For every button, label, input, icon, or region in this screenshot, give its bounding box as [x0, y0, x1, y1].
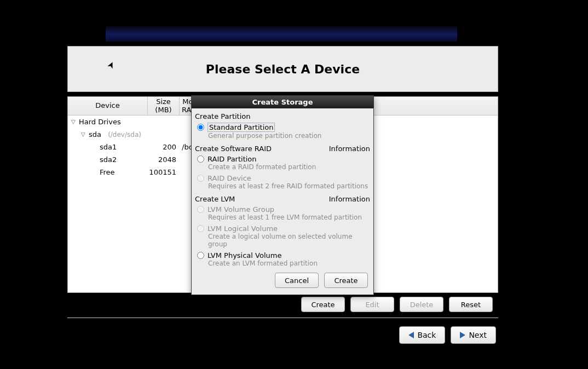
- create-storage-dialog: Create Storage Create Partition Standard…: [191, 95, 374, 295]
- option-raid-device: RAID Device: [195, 173, 370, 182]
- tree-root-label: Hard Drives: [79, 118, 121, 126]
- arrow-left-icon: [408, 332, 414, 338]
- chevron-down-icon[interactable]: ▽: [81, 131, 87, 137]
- disk-name: sda: [89, 130, 101, 139]
- back-label: Back: [417, 331, 436, 339]
- option-label: LVM Logical Volume: [207, 224, 278, 233]
- radio-raid-partition[interactable]: [197, 155, 204, 163]
- option-lvm-vg: LVM Volume Group: [195, 204, 370, 214]
- separator: [67, 318, 498, 318]
- header-panel: Please Select A Device: [67, 46, 498, 92]
- option-desc: Requires at least 2 free RAID formated p…: [195, 182, 370, 192]
- nav-row: Back Next: [67, 326, 498, 344]
- section-partition: Create Partition: [195, 112, 251, 120]
- option-lvm-lv: LVM Logical Volume: [195, 223, 370, 233]
- radio-lvm-lv: [197, 225, 204, 232]
- option-desc: General purpose partition creation: [195, 132, 370, 142]
- part-size: 2048: [148, 155, 180, 164]
- option-standard-partition[interactable]: Standard Partition: [195, 122, 370, 132]
- dialog-create-button[interactable]: Create: [324, 273, 368, 288]
- col-device[interactable]: Device: [68, 97, 148, 115]
- option-label: LVM Physical Volume: [207, 251, 281, 260]
- radio-raid-device: [197, 175, 204, 182]
- part-name: Free: [100, 168, 115, 176]
- next-button[interactable]: Next: [451, 326, 496, 344]
- col-size[interactable]: Size (MB): [148, 97, 180, 115]
- section-lvm: Create LVM: [195, 195, 235, 203]
- dialog-title: Create Storage: [192, 96, 373, 108]
- part-size: 100151: [148, 168, 180, 176]
- part-name: sda1: [100, 143, 117, 151]
- part-name: sda2: [100, 155, 117, 164]
- delete-button: Delete: [400, 297, 443, 312]
- next-label: Next: [469, 331, 487, 339]
- dialog-cancel-button[interactable]: Cancel: [275, 273, 319, 288]
- part-size: 200: [148, 143, 180, 151]
- reset-button[interactable]: Reset: [449, 297, 493, 312]
- option-desc: Create an LVM formated partition: [195, 260, 370, 269]
- option-label: Standard Partition: [207, 123, 275, 132]
- option-lvm-pv[interactable]: LVM Physical Volume: [195, 250, 370, 260]
- create-button[interactable]: Create: [301, 297, 345, 312]
- action-row: Create Edit Delete Reset: [67, 297, 498, 313]
- option-desc: Create a logical volume on selected volu…: [195, 233, 370, 250]
- edit-button: Edit: [350, 297, 394, 312]
- option-label: RAID Device: [207, 174, 251, 182]
- chevron-down-icon[interactable]: ▽: [71, 119, 77, 125]
- option-label: RAID Partition: [207, 155, 257, 163]
- lvm-info-link[interactable]: Information: [329, 195, 370, 203]
- section-raid: Create Software RAID: [195, 145, 272, 153]
- disk-hint: (/dev/sda): [108, 131, 141, 139]
- radio-lvm-vg: [197, 206, 204, 213]
- banner: [106, 26, 457, 42]
- arrow-right-icon: [460, 332, 465, 338]
- option-desc: Create a RAID formated partition: [195, 163, 370, 173]
- back-button[interactable]: Back: [399, 326, 445, 344]
- radio-lvm-pv[interactable]: [197, 252, 204, 259]
- radio-standard[interactable]: [197, 124, 204, 131]
- option-label: LVM Volume Group: [207, 205, 274, 214]
- option-desc: Requires at least 1 free LVM formated pa…: [195, 214, 370, 223]
- option-raid-partition[interactable]: RAID Partition: [195, 154, 370, 163]
- raid-info-link[interactable]: Information: [329, 145, 370, 153]
- page-title: Please Select A Device: [206, 62, 360, 76]
